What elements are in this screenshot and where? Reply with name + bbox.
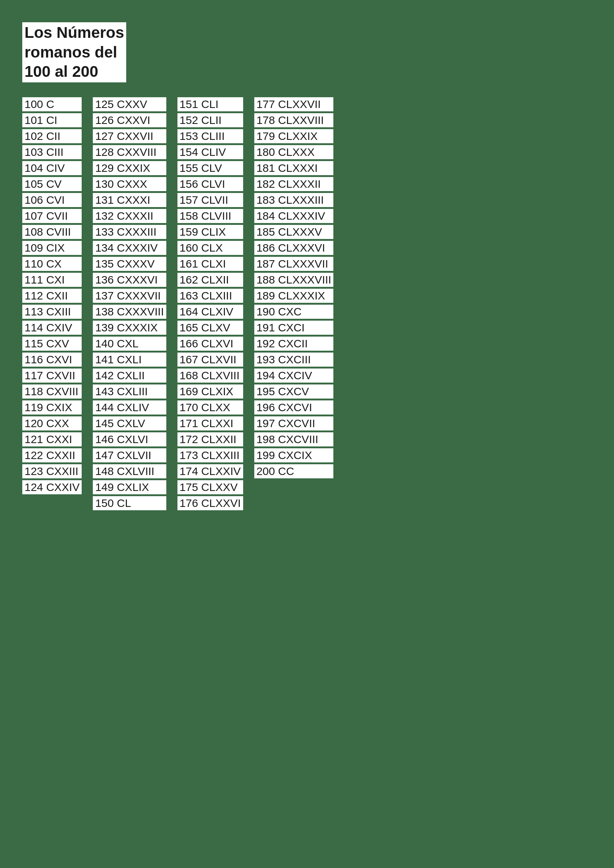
list-item: 141 CXLI [93,353,166,367]
list-item: 178 CLXXVIII [254,113,334,127]
list-item: 163 CLXIII [177,289,243,303]
list-item: 190 CXC [254,305,334,319]
list-item: 150 CL [93,496,166,510]
list-item: 107 CVII [22,209,82,223]
list-item: 122 CXXII [22,448,82,462]
list-item: 137 CXXXVII [93,289,166,303]
page-title: Los Números romanos del 100 al 200 [22,22,126,82]
list-item: 162 CLXII [177,273,243,287]
list-item: 111 CXI [22,273,82,287]
list-item: 187 CLXXXVII [254,257,334,271]
list-item: 147 CXLVII [93,448,166,462]
list-item: 149 CXLIX [93,480,166,494]
list-item: 164 CLXIV [177,305,243,319]
list-item: 153 CLIII [177,129,243,143]
list-item: 104 CIV [22,161,82,175]
list-item: 145 CXLV [93,416,166,431]
list-item: 199 CXCIX [254,448,334,462]
list-item: 138 CXXXVIII [93,305,166,319]
list-item: 130 CXXX [93,177,166,191]
list-item: 123 CXXIII [22,464,82,478]
list-item: 184 CLXXXIV [254,209,334,223]
list-item: 172 CLXXII [177,432,243,446]
list-item: 158 CLVIII [177,209,243,223]
list-item: 167 CLXVII [177,353,243,367]
list-item: 135 CXXXV [93,257,166,271]
list-item: 114 CXIV [22,321,82,335]
list-item: 194 CXCIV [254,369,334,383]
list-item: 134 CXXXIV [93,241,166,255]
list-item: 136 CXXXVI [93,273,166,287]
list-item: 155 CLV [177,161,243,175]
list-item: 165 CLXV [177,321,243,335]
list-item: 113 CXIII [22,305,82,319]
list-item: 103 CIII [22,145,82,159]
list-item: 191 CXCI [254,321,334,335]
list-item: 173 CLXXIII [177,448,243,462]
list-item: 125 CXXV [93,97,166,111]
list-item: 132 CXXXII [93,209,166,223]
list-item: 127 CXXVII [93,129,166,143]
list-item: 177 CLXXVII [254,97,334,111]
list-item: 171 CLXXI [177,416,243,431]
list-item: 180 CLXXX [254,145,334,159]
list-item: 151 CLI [177,97,243,111]
list-item: 121 CXXI [22,432,82,446]
list-item: 124 CXXIV [22,480,82,494]
list-item: 197 CXCVII [254,416,334,431]
list-item: 143 CXLIII [93,384,166,398]
list-item: 120 CXX [22,416,82,431]
list-item: 168 CLXVIII [177,369,243,383]
column-col1: 100 C101 CI102 CII103 CIII104 CIV105 CV1… [22,97,82,496]
list-item: 116 CXVI [22,353,82,367]
list-item: 188 CLXXXVIII [254,273,334,287]
list-item: 175 CLXXV [177,480,243,494]
list-item: 140 CXL [93,336,166,351]
list-item: 117 CXVII [22,369,82,383]
list-item: 146 CXLVI [93,432,166,446]
content-area: 100 C101 CI102 CII103 CIII104 CIV105 CV1… [22,97,592,512]
list-item: 133 CXXXIII [93,225,166,239]
list-item: 157 CLVII [177,193,243,207]
list-item: 198 CXCVIII [254,432,334,446]
list-item: 128 CXXVIII [93,145,166,159]
column-col4: 177 CLXXVII178 CLXXVIII179 CLXXIX180 CLX… [254,97,334,480]
list-item: 193 CXCIII [254,353,334,367]
list-item: 139 CXXXIX [93,321,166,335]
list-item: 170 CLXX [177,400,243,414]
list-item: 131 CXXXI [93,193,166,207]
list-item: 160 CLX [177,241,243,255]
list-item: 119 CXIX [22,400,82,414]
list-item: 182 CLXXXII [254,177,334,191]
list-item: 183 CLXXXIII [254,193,334,207]
list-item: 176 CLXXVI [177,496,243,510]
list-item: 159 CLIX [177,225,243,239]
list-item: 118 CXVIII [22,384,82,398]
list-item: 152 CLII [177,113,243,127]
list-item: 186 CLXXXVI [254,241,334,255]
column-col2: 125 CXXV126 CXXVI127 CXXVII128 CXXVIII12… [93,97,166,512]
list-item: 129 CXXIX [93,161,166,175]
list-item: 189 CLXXXIX [254,289,334,303]
list-item: 181 CLXXXI [254,161,334,175]
list-item: 115 CXV [22,336,82,351]
list-item: 108 CVIII [22,225,82,239]
list-item: 126 CXXVI [93,113,166,127]
list-item: 179 CLXXIX [254,129,334,143]
list-item: 154 CLIV [177,145,243,159]
list-item: 161 CLXI [177,257,243,271]
list-item: 169 CLXIX [177,384,243,398]
list-item: 110 CX [22,257,82,271]
list-item: 185 CLXXXV [254,225,334,239]
column-col3: 151 CLI152 CLII153 CLIII154 CLIV155 CLV1… [177,97,243,512]
list-item: 174 CLXXIV [177,464,243,478]
list-item: 144 CXLIV [93,400,166,414]
list-item: 102 CII [22,129,82,143]
list-item: 101 CI [22,113,82,127]
list-item: 166 CLXVI [177,336,243,351]
list-item: 109 CIX [22,241,82,255]
list-item: 196 CXCVI [254,400,334,414]
list-item: 148 CXLVIII [93,464,166,478]
list-item: 192 CXCII [254,336,334,351]
list-item: 200 CC [254,464,334,478]
